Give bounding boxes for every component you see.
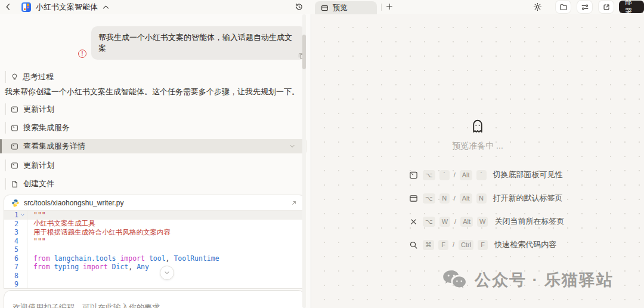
task-label: 更新计划 xyxy=(23,104,54,115)
topbar: 小红书文案智能体 预览 部署 xyxy=(0,0,644,14)
keycap: N xyxy=(439,193,450,204)
files-button[interactable] xyxy=(556,1,571,13)
code-line: 1""" xyxy=(4,211,305,220)
shortcut-label: 打开新的默认标签页 xyxy=(493,193,563,204)
keycap: Ctrl xyxy=(459,240,473,250)
user-message-bubble: 帮我生成一个小红书文案的智能体，输入话题自动生成文案 xyxy=(91,26,306,60)
file-icon xyxy=(11,180,18,188)
fold-chevron-icon[interactable] xyxy=(18,212,27,217)
task-item-update-plan-2[interactable]: 更新计划 xyxy=(0,159,54,171)
code-line: 6from langchain.tools import tool, ToolR… xyxy=(4,254,305,263)
lightbulb-icon xyxy=(11,73,18,81)
expand-icon[interactable] xyxy=(290,199,298,207)
terminal-icon xyxy=(408,171,419,180)
code-line: 4""" xyxy=(4,237,305,246)
app-logo-icon xyxy=(21,2,31,12)
back-button[interactable] xyxy=(4,2,13,11)
terminal-icon xyxy=(11,162,18,170)
shortcut-label: 快速检索代码内容 xyxy=(494,239,556,250)
thinking-toggle[interactable]: 思考过程 xyxy=(5,71,54,83)
shortcut-row: ⌥ N / Alt N 打开新的默认标签页 xyxy=(408,193,564,204)
chevron-left-icon xyxy=(4,2,13,11)
task-label: 更新计划 xyxy=(23,160,54,171)
code-line: 7from typing import Dict, Any xyxy=(4,263,305,272)
code-filename: src/tools/xiaohongshu_writer.py xyxy=(24,199,123,207)
preview-status: 预览准备中 ... xyxy=(311,141,644,152)
window-icon xyxy=(321,4,329,12)
page-title[interactable]: 小红书文案智能体 xyxy=(36,0,98,14)
keycap: ⌥ xyxy=(423,193,435,204)
code-line: 8 xyxy=(4,272,305,281)
collapse-code-button[interactable] xyxy=(160,266,174,280)
code-line: 5 xyxy=(4,245,305,254)
task-label: 查看集成服务详情 xyxy=(23,141,85,152)
theme-toggle-button[interactable] xyxy=(533,2,542,11)
task-label: 搜索集成服务 xyxy=(23,122,70,133)
key-separator: / xyxy=(454,218,456,225)
deploy-button[interactable]: 部署 xyxy=(619,1,644,13)
sliders-icon xyxy=(581,3,589,11)
task-item-search-integrations[interactable]: 搜索集成服务 xyxy=(0,122,70,134)
scrollbar-thumb[interactable] xyxy=(302,35,306,69)
keycap: F xyxy=(438,240,448,250)
task-item-create-file[interactable]: 创建文件 xyxy=(0,178,54,190)
ghost-icon xyxy=(311,118,644,135)
keycap: N xyxy=(476,193,487,204)
chevron-down-icon xyxy=(163,269,171,276)
shortcut-label: 关闭当前所在标签页 xyxy=(494,216,564,227)
shortcut-help: ⌥ ` / Alt ` 切换底部面板可见性 ⌥ N / Alt N 打开新的默认… xyxy=(408,170,564,263)
code-panel: src/tools/xiaohongshu_writer.py 1""" 2小红… xyxy=(4,195,305,289)
tab-label: 预览 xyxy=(333,3,348,13)
key-separator: / xyxy=(454,171,456,178)
warning-icon: ! xyxy=(78,50,86,58)
search-icon xyxy=(408,241,419,250)
plus-icon xyxy=(385,2,394,11)
open-external-button[interactable] xyxy=(599,1,614,13)
tab-preview[interactable]: 预览 xyxy=(315,1,377,14)
keycap: Alt xyxy=(460,193,472,204)
watermark-text: 公众号 · 乐猫驿站 xyxy=(475,269,614,291)
scrollbar-track xyxy=(302,14,306,308)
settings-button[interactable] xyxy=(577,1,592,13)
code-panel-header: src/tools/xiaohongshu_writer.py xyxy=(4,195,305,211)
keycap: ` xyxy=(439,170,450,180)
shortcut-label: 切换底部面板可见性 xyxy=(493,170,563,180)
keycap: Alt xyxy=(460,217,473,227)
key-separator: / xyxy=(453,241,454,248)
external-link-icon xyxy=(602,3,611,11)
shortcut-row: ⌘ F / Ctrl F 快速检索代码内容 xyxy=(408,239,564,250)
keycap: ⌥ xyxy=(423,170,435,180)
divider xyxy=(381,4,382,11)
chevron-up-icon[interactable] xyxy=(103,5,109,10)
keycap: Alt xyxy=(460,170,472,180)
close-icon xyxy=(408,218,419,226)
folder-icon xyxy=(559,3,568,11)
chevron-down-icon[interactable] xyxy=(289,143,296,150)
code-editor[interactable]: 1""" 2小红书文案生成工具 3用于根据话题生成符合小红书风格的文案内容 4"… xyxy=(4,211,305,289)
user-message-row: ! 帮我生成一个小红书文案的智能体，输入话题自动生成文案 xyxy=(78,26,306,60)
keycap: F xyxy=(478,240,488,250)
shortcut-row: ⌥ ` / Alt ` 切换底部面板可见性 xyxy=(408,170,564,180)
task-item-update-plan-1[interactable]: 更新计划 xyxy=(0,103,54,115)
code-line: 3用于根据话题生成符合小红书风格的文案内容 xyxy=(4,228,305,237)
task-item-view-integration-details[interactable]: 查看集成服务详情 xyxy=(0,139,306,153)
thinking-label: 思考过程 xyxy=(23,72,54,82)
key-separator: / xyxy=(454,195,456,202)
keycap: W xyxy=(439,217,450,227)
terminal-icon xyxy=(11,143,18,150)
shortcut-row: ⌥ W / Alt W 关闭当前所在标签页 xyxy=(408,216,564,227)
assistant-text: 我来帮你创建一个小红书文案生成智能体。这个任务需要多个步骤，让我先规划一下。 xyxy=(5,87,302,98)
preview-panel: 预览准备中 ... ⌥ ` / Alt ` 切换底部面板可见性 ⌥ N / Al… xyxy=(311,14,644,308)
chat-input[interactable] xyxy=(4,290,305,308)
code-line: 9 xyxy=(4,280,305,289)
sun-icon xyxy=(533,2,542,11)
history-button[interactable] xyxy=(295,2,304,11)
keycap: ⌘ xyxy=(423,240,434,250)
window-icon xyxy=(408,194,419,203)
new-tab-button[interactable] xyxy=(385,2,394,11)
keycap: ⌥ xyxy=(423,217,435,227)
python-icon xyxy=(11,199,20,207)
code-line: 2小红书文案生成工具 xyxy=(4,220,305,229)
keycap: W xyxy=(477,217,488,227)
watermark: 公众号 · 乐猫驿站 xyxy=(441,269,614,291)
